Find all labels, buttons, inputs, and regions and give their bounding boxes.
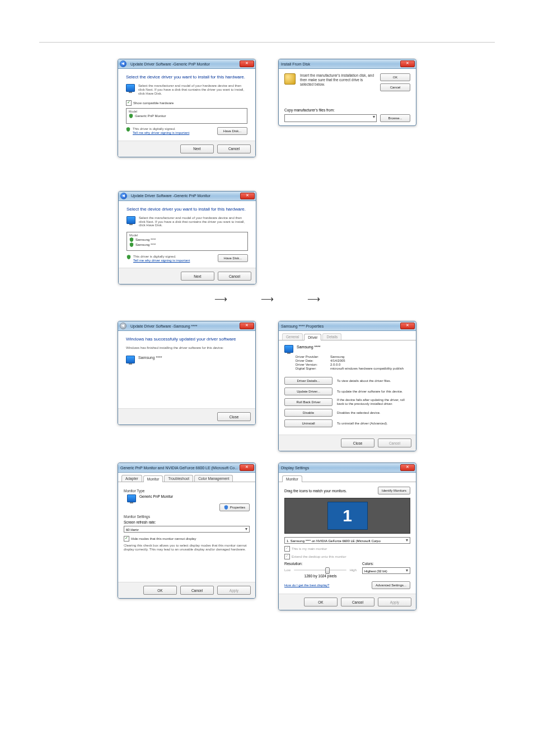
have-disk-button[interactable]: Have Disk... xyxy=(217,127,247,135)
window-title: Generic PnP Monitor and NVIDIA GeForce 6… xyxy=(120,466,238,470)
rollback-driver-button[interactable]: Roll Back Driver xyxy=(284,398,332,406)
monitor-select[interactable]: 1. Samsung **** on NVIDIA GeForce 6600 L… xyxy=(284,537,410,544)
browse-button[interactable]: Browse... xyxy=(380,114,410,122)
resolution-slider[interactable] xyxy=(294,567,346,573)
cancel-button[interactable]: Cancel xyxy=(180,586,214,595)
extend-desktop-checkbox: ✓ xyxy=(284,554,290,559)
window-titlebar: ◄ Update Driver Software - Samsung **** … xyxy=(118,321,255,331)
arrow-icon: ⟶ xyxy=(307,293,320,304)
update-driver-button[interactable]: Update Driver... xyxy=(284,388,332,395)
colors-label: Colors: xyxy=(362,562,410,566)
tab-general[interactable]: General xyxy=(282,333,303,340)
next-button[interactable]: Next xyxy=(181,272,214,281)
tab-strip: General Driver Details xyxy=(279,331,416,340)
back-button[interactable]: ◄ xyxy=(120,193,127,199)
shield-icon xyxy=(126,127,130,132)
cancel-button: Cancel xyxy=(378,438,411,447)
window-titlebar: Samsung **** Properties ✕ xyxy=(279,321,416,331)
model-listbox[interactable]: Model Samsung **** Samsung **** xyxy=(127,232,248,251)
close-button[interactable]: Close xyxy=(341,438,374,447)
device-properties-dialog: Samsung **** Properties ✕ General Driver… xyxy=(278,321,416,451)
display-settings-dialog: Display Settings ✕ Monitor Drag the icon… xyxy=(278,463,416,610)
update-driver-wizard-2: ◄ Update Driver Software - Generic PnP M… xyxy=(118,191,256,285)
close-icon[interactable]: ✕ xyxy=(240,323,254,329)
monitor-properties-button[interactable]: Properties xyxy=(219,503,250,511)
ok-button[interactable]: OK xyxy=(380,73,410,81)
colors-select[interactable]: Highest (32 bit) xyxy=(362,567,410,574)
monitor-arrangement-box[interactable]: 1 xyxy=(284,498,410,534)
apply-button: Apply xyxy=(217,586,251,595)
wizard-instruction: Select the manufacturer and model of you… xyxy=(138,84,247,96)
model-listbox[interactable]: Model Generic PnP Monitor xyxy=(126,108,247,124)
shield-icon xyxy=(127,255,131,259)
monitor-icon xyxy=(284,345,293,353)
tab-color-management[interactable]: Color Management xyxy=(194,475,233,482)
close-icon[interactable]: ✕ xyxy=(240,464,254,471)
step-arrows: ⟶ ⟶ ⟶ xyxy=(39,293,495,304)
close-icon[interactable]: ✕ xyxy=(400,323,415,329)
signing-link[interactable]: Tell me why driver signing is important xyxy=(133,131,189,134)
wizard-heading: Windows has successfully updated your dr… xyxy=(126,337,247,342)
cancel-button[interactable]: Cancel xyxy=(217,144,251,153)
install-from-disk-dialog: Install From Disk ✕ Insert the manufactu… xyxy=(278,59,416,126)
monitor-icon xyxy=(127,216,135,224)
ifd-instruction: Insert the manufacturer's installation d… xyxy=(300,73,376,86)
window-titlebar: Display Settings ✕ xyxy=(279,463,416,473)
close-icon[interactable]: ✕ xyxy=(400,464,415,471)
tab-driver[interactable]: Driver xyxy=(304,334,321,340)
shield-icon xyxy=(129,237,134,242)
monitor-icon xyxy=(126,356,135,363)
have-disk-button[interactable]: Have Disk... xyxy=(218,254,248,262)
advanced-settings-button[interactable]: Advanced Settings... xyxy=(372,581,410,589)
window-titlebar: ◄ Update Driver Software - Generic PnP M… xyxy=(119,192,256,201)
monitor-1-icon[interactable]: 1 xyxy=(327,502,368,530)
document-page: ◄ Update Driver Software - Generic PnP M… xyxy=(0,0,534,756)
close-icon[interactable]: ✕ xyxy=(240,60,254,67)
close-icon[interactable]: ✕ xyxy=(240,193,255,199)
cancel-button[interactable]: Cancel xyxy=(218,272,251,281)
uninstall-button[interactable]: Uninstall xyxy=(284,419,332,427)
device-name: Samsung **** xyxy=(297,345,320,349)
window-titlebar: Install From Disk ✕ xyxy=(279,59,416,69)
cancel-button[interactable]: Cancel xyxy=(341,598,374,606)
tab-monitor[interactable]: Monitor xyxy=(143,475,163,482)
tab-monitor[interactable]: Monitor xyxy=(282,475,302,482)
window-titlebar: Generic PnP Monitor and NVIDIA GeForce 6… xyxy=(118,463,255,473)
hide-modes-label: Hide modes that this monitor cannot disp… xyxy=(131,537,196,540)
back-button: ◄ xyxy=(120,323,127,329)
update-driver-wizard-success: ◄ Update Driver Software - Samsung **** … xyxy=(118,321,256,425)
monitor-name: Generic PnP Monitor xyxy=(139,494,173,498)
window-title: Install From Disk xyxy=(281,62,310,66)
refresh-rate-select[interactable]: 60 Hertz xyxy=(124,526,250,533)
monitor-icon xyxy=(127,494,136,502)
ok-button[interactable]: OK xyxy=(304,598,338,606)
tab-troubleshoot[interactable]: Troubleshoot xyxy=(164,475,193,482)
hide-modes-description: Clearing this check box allows you to se… xyxy=(124,544,250,552)
signed-text: This driver is digitally signed. xyxy=(133,127,189,131)
resolution-label: Resolution: xyxy=(284,562,357,566)
back-button[interactable]: ◄ xyxy=(120,60,127,67)
slider-low-label: Low xyxy=(284,568,291,572)
tab-details[interactable]: Details xyxy=(322,333,341,340)
drag-instruction: Drag the icons to match your monitors. xyxy=(284,489,347,493)
disable-button[interactable]: Disable xyxy=(284,409,332,417)
cancel-button[interactable]: Cancel xyxy=(380,83,410,91)
show-compatible-checkbox[interactable]: ✓ xyxy=(126,100,132,106)
copy-from-label: Copy manufacturer's files from: xyxy=(284,108,410,112)
header-rule xyxy=(39,42,495,43)
driver-details-button[interactable]: Driver Details... xyxy=(284,377,332,385)
help-link[interactable]: How do I get the best display? xyxy=(284,584,329,587)
signing-link[interactable]: Tell me why driver signing is important xyxy=(133,259,190,262)
copy-from-combo[interactable] xyxy=(284,114,377,122)
monitor-icon xyxy=(126,84,135,92)
apply-button: Apply xyxy=(378,598,411,606)
window-title: Samsung **** Properties xyxy=(281,324,324,328)
ok-button[interactable]: OK xyxy=(143,586,177,595)
close-button[interactable]: Close xyxy=(217,412,251,421)
tab-adapter[interactable]: Adapter xyxy=(121,475,142,482)
main-monitor-label: This is my main monitor xyxy=(292,547,327,550)
close-icon[interactable]: ✕ xyxy=(400,60,415,67)
identify-monitors-button[interactable]: Identify Monitors xyxy=(378,487,410,494)
hide-modes-checkbox[interactable]: ✓ xyxy=(124,536,129,542)
next-button[interactable]: Next xyxy=(180,144,214,153)
